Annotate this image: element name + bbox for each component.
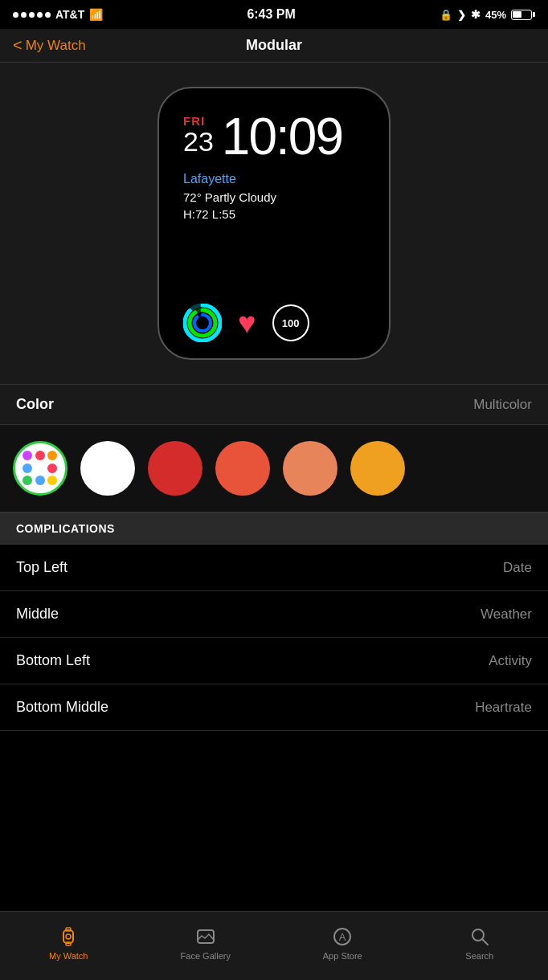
main-content: FRI 23 10:09 Lafayette 72° Partly Cloudy… [0,63,548,800]
tab-my-watch-label: My Watch [49,951,88,961]
tab-face-gallery[interactable]: Face Gallery [137,925,275,967]
tab-app-store[interactable]: A App Store [274,925,411,967]
swatch-white[interactable] [80,441,135,496]
heart-icon: ♥ [238,308,256,338]
watch-time-row: FRI 23 10:09 [183,111,365,162]
battery-percent: 45% [485,9,506,21]
tab-my-watch[interactable]: My Watch [0,925,137,967]
multicolor-dot [35,451,45,460]
tab-face-gallery-label: Face Gallery [181,951,231,961]
tab-bar: My Watch Face Gallery A App Store Search [0,911,548,980]
swatch-multicolor[interactable] [13,441,67,496]
svg-point-5 [194,315,211,331]
complications-section-header: Complications [0,512,548,545]
nav-bar: < My Watch Modular [0,29,548,63]
multicolor-dot [47,463,57,473]
color-swatches [13,441,535,496]
app-store-icon: A [331,925,354,948]
complication-label: Middle [16,606,59,623]
status-time: 6:43 PM [247,7,295,22]
page-title: Modular [246,37,302,54]
complications-label: Complications [16,522,115,535]
tab-search-label: Search [465,951,493,961]
swatch-salmon[interactable] [283,441,337,496]
swatch-red[interactable] [148,441,202,496]
color-label: Color [16,396,54,413]
watch-time: 10:09 [222,111,342,162]
battery-icon [511,10,535,20]
steps-badge: 100 [272,304,309,341]
face-gallery-icon [194,925,217,948]
multicolor-dot [35,463,45,473]
complication-label: Top Left [16,559,67,576]
tab-app-store-label: App Store [323,951,362,961]
color-swatches-container[interactable] [0,425,548,512]
multicolor-dot [22,451,32,460]
watch-face: FRI 23 10:09 Lafayette 72° Partly Cloudy… [157,87,391,360]
wifi-icon: 📶 [89,8,103,21]
multicolor-dot [47,476,57,485]
multicolor-dots [22,451,58,486]
complication-label: Bottom Middle [16,699,108,716]
status-left: AT&T 📶 [13,8,103,21]
complication-row[interactable]: Middle Weather [0,591,548,638]
location-icon: ❯ [457,9,466,21]
status-bar: AT&T 📶 6:43 PM 🔒 ❯ ✱ 45% [0,0,548,29]
complication-value: Weather [481,606,532,623]
color-value: Multicolor [473,397,532,413]
swatch-coral[interactable] [215,441,270,496]
carrier-label: AT&T [55,8,84,21]
complication-label: Bottom Left [16,652,90,669]
my-watch-icon [57,925,80,948]
complication-value: Activity [489,653,532,669]
watch-date-block: FRI 23 [183,114,214,155]
activity-rings-icon [183,304,222,342]
search-icon [468,925,491,948]
back-button[interactable]: < My Watch [13,36,86,55]
lock-icon: 🔒 [440,9,452,21]
complication-value: Date [503,560,532,576]
swatch-orange[interactable] [350,441,405,496]
bluetooth-icon: ✱ [471,8,481,21]
watch-complications-icons: ♥ 100 [183,296,365,342]
svg-line-14 [482,939,488,945]
signal-dots [13,12,51,18]
multicolor-dot [35,476,45,485]
complication-row[interactable]: Bottom Left Activity [0,638,548,684]
watch-preview-container: FRI 23 10:09 Lafayette 72° Partly Cloudy… [0,63,548,384]
svg-point-9 [66,934,71,939]
multicolor-dot [47,451,57,460]
svg-text:A: A [339,931,346,943]
complications-list: Top Left Date Middle Weather Bottom Left… [0,545,548,731]
complication-row[interactable]: Top Left Date [0,545,548,591]
complication-row[interactable]: Bottom Middle Heartrate [0,684,548,731]
tab-search[interactable]: Search [411,925,549,967]
svg-rect-6 [63,930,73,943]
back-chevron-icon: < [13,36,22,55]
complication-value: Heartrate [475,700,532,716]
color-section-header: Color Multicolor [0,384,548,425]
multicolor-dot [22,476,32,485]
watch-date-num: 23 [183,128,214,155]
watch-weather: 72° Partly Cloudy H:72 L:55 [183,189,365,223]
multicolor-dot [22,463,32,473]
status-right: 🔒 ❯ ✱ 45% [440,8,535,21]
back-label: My Watch [26,38,86,54]
watch-location: Lafayette [183,172,365,186]
